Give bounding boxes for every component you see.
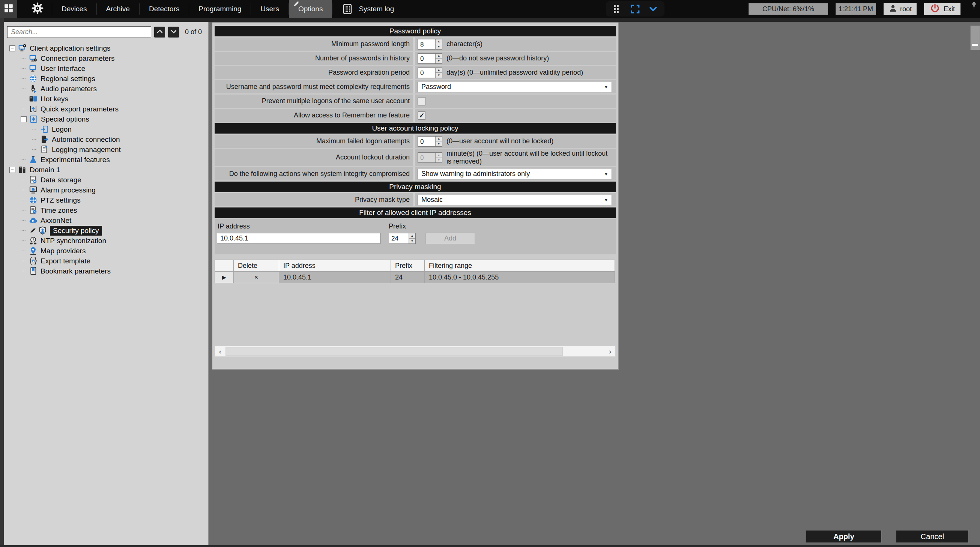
tree-item-automatic-connection[interactable]: Automatic connection [7, 134, 205, 145]
setting-label: Minimum password length [215, 38, 414, 51]
tree-item-alarm-processing[interactable]: Alarm processing [7, 185, 205, 195]
tree-item-quick-export-parameters[interactable]: Quick export parameters [7, 104, 205, 114]
pin-icon[interactable] [969, 1, 979, 11]
chevron-down-small-icon [170, 28, 177, 37]
tree-item-ptz-settings[interactable]: PTZ settings [7, 195, 205, 205]
tree-item-regional-settings[interactable]: Regional settings [7, 73, 205, 84]
stepper-down-icon[interactable]: ▼ [436, 59, 442, 64]
tree-expander-icon[interactable]: − [21, 116, 27, 122]
tree-item-connection-parameters[interactable]: Connection parameters [7, 53, 205, 64]
tree-item-logging-management[interactable]: Logging management [7, 145, 205, 154]
search-prev-button[interactable] [154, 27, 165, 38]
exit-button[interactable]: Exit [924, 3, 961, 15]
prefix-stepper[interactable]: 24 ▲▼ [389, 233, 416, 244]
scroll-right-arrow[interactable]: › [605, 346, 615, 356]
setting-label: Username and password must meet complexi… [215, 80, 414, 94]
select-arrow-icon: ▼ [604, 198, 608, 202]
tree-expander-icon[interactable]: − [10, 167, 15, 173]
menu-item-programming[interactable]: Programming [189, 0, 251, 18]
number-of-passwords-in-history-stepper[interactable]: 0 ▲▼ [418, 53, 442, 64]
setting-hint: minute(s) (0—user account will be locked… [447, 150, 612, 165]
maximum-failed-logon-attempts-stepper[interactable]: 0 ▲▼ [418, 136, 442, 147]
menu-item-system-log[interactable]: System log [332, 0, 403, 18]
tree-item-bookmark-parameters[interactable]: Bookmark parameters [7, 266, 205, 276]
setting-control-area: ✓ [414, 109, 616, 122]
tree-item-map-providers[interactable]: Map providers [7, 246, 205, 256]
user-button[interactable]: root [884, 3, 916, 15]
stepper-down-icon[interactable]: ▼ [436, 73, 442, 78]
prefix-cell: 24 [391, 272, 425, 283]
tree-item-audio-parameters[interactable]: Audio parameters [7, 84, 205, 94]
setting-row-prevent-multiple-logons-of-the-same-user-account: Prevent multiple logons of the same user… [215, 95, 616, 108]
horizontal-scrollbar[interactable]: ‹ › [215, 346, 616, 357]
tree-item-ntp-synchronization[interactable]: NTP synchronization [7, 235, 205, 246]
tree-item-user-interface[interactable]: User Interface [7, 64, 205, 73]
menu-item-options[interactable]: Options [289, 0, 332, 18]
tree-item-time-zones[interactable]: Time zones [7, 205, 205, 215]
menu-item-detectors[interactable]: Detectors [140, 0, 189, 18]
search-input[interactable] [7, 26, 151, 38]
prefix-down-icon[interactable]: ▼ [409, 239, 415, 243]
tree-item-client-application-settings[interactable]: −Client application settings [7, 43, 205, 53]
stepper-up-icon[interactable]: ▲ [436, 137, 442, 142]
prefix-up-icon[interactable]: ▲ [409, 233, 415, 239]
setting-control-area: Password ▼ [414, 80, 616, 94]
password-expiration-period-stepper[interactable]: 0 ▲▼ [418, 68, 442, 78]
table-row[interactable]: ▶ × 10.0.45.1 24 10.0.45.0 - 10.0.45.255 [215, 272, 615, 283]
ip-address-input[interactable] [217, 233, 380, 244]
tree-item-label: Map providers [41, 247, 86, 255]
menu-item-users[interactable]: Users [251, 0, 288, 18]
tree-item-label: Quick export parameters [41, 105, 119, 113]
menu-item-label: Users [260, 5, 279, 13]
stepper-up-icon[interactable]: ▲ [436, 54, 442, 59]
apps-grid-button[interactable] [0, 0, 17, 18]
dots-grid-icon[interactable] [612, 4, 622, 14]
security-policy-panel: Password policyMinimum password length 8… [212, 22, 619, 370]
stepper-down-icon[interactable]: ▼ [436, 44, 442, 49]
cancel-button[interactable]: Cancel [896, 530, 969, 543]
scroll-left-arrow[interactable]: ‹ [215, 346, 226, 356]
row-selector-icon[interactable]: ▶ [215, 272, 234, 283]
privacy-mask-type-select[interactable]: Mosaic ▼ [418, 195, 612, 205]
tree-item-special-options[interactable]: −Special options [7, 114, 205, 124]
apply-button[interactable]: Apply [806, 530, 882, 543]
account-lockout-duration-stepper: 0 ▲▼ [418, 152, 442, 163]
menu-item-devices[interactable]: Devices [52, 0, 96, 18]
tree-item-data-storage[interactable]: Data storage [7, 175, 205, 185]
tree-item-label: Bookmark parameters [41, 267, 111, 275]
tree-expander-icon[interactable]: − [10, 45, 15, 51]
tree-guide-line [21, 78, 26, 79]
tree-item-export-template[interactable]: Export template [7, 256, 205, 266]
allow-access-to-remember-me-feature-checkbox[interactable]: ✓ [418, 111, 426, 120]
chevron-down-icon[interactable] [648, 4, 658, 14]
settings-gear-button[interactable] [32, 2, 43, 16]
stepper-up-icon[interactable]: ▲ [436, 68, 442, 73]
delete-cell[interactable]: × [234, 272, 279, 283]
prefix-value: 24 [389, 233, 409, 243]
scrollbar-thumb[interactable] [226, 347, 563, 356]
username-and-password-must-meet-complexity-requirements-select[interactable]: Password ▼ [418, 82, 612, 92]
stepper-up-icon[interactable]: ▲ [436, 153, 442, 158]
tree-item-logon[interactable]: Logon [7, 124, 205, 134]
minimize-handle[interactable] [970, 25, 980, 50]
do-the-following-actions-when-system-integrity-compromised-select[interactable]: Show warning to administrators only ▼ [418, 169, 612, 179]
stepper-down-icon[interactable]: ▼ [436, 158, 442, 163]
fullscreen-icon[interactable] [630, 4, 640, 14]
tree-item-experimental-features[interactable]: Experimental features [7, 154, 205, 165]
tree-item-axxonnet[interactable]: AxxonNet [7, 215, 205, 226]
search-next-button[interactable] [168, 27, 179, 38]
setting-control-area: 0 ▲▼ minute(s) (0—user account will be l… [414, 149, 616, 166]
stepper-up-icon[interactable]: ▲ [436, 40, 442, 45]
tree-item-hot-keys[interactable]: Hot keys [7, 94, 205, 104]
setting-control-area: 8 ▲▼ character(s) [414, 38, 616, 51]
prevent-multiple-logons-of-the-same-user-account-checkbox[interactable] [418, 97, 426, 105]
tree-item-domain-1[interactable]: −Domain 1 [7, 165, 205, 175]
minimum-password-length-stepper[interactable]: 8 ▲▼ [418, 39, 442, 49]
tree-item-label: Data storage [41, 176, 81, 184]
setting-label: Prevent multiple logons of the same user… [215, 95, 414, 108]
add-button[interactable]: Add [425, 232, 475, 244]
stepper-down-icon[interactable]: ▼ [436, 142, 442, 146]
menu-item-archive[interactable]: Archive [97, 0, 139, 18]
setting-control-area: 0 ▲▼ (0—do not save password history) [414, 52, 616, 65]
tree-item-security-policy[interactable]: Security policy [7, 226, 205, 235]
